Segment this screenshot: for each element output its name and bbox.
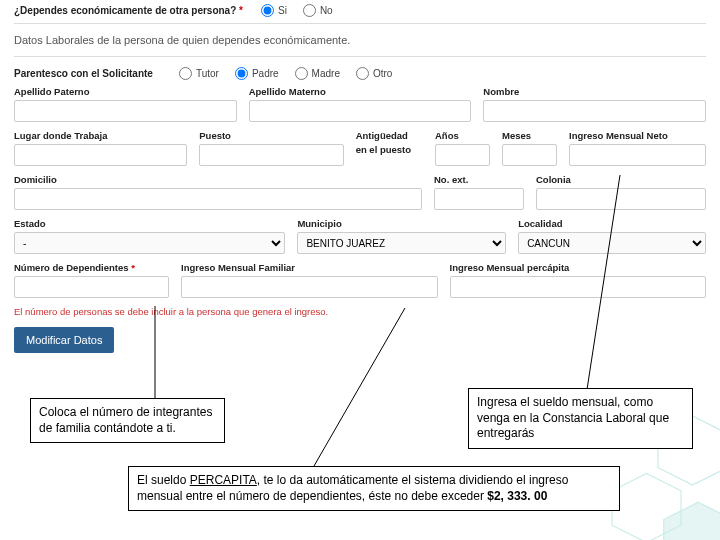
localidad-label: Localidad <box>518 218 706 229</box>
radio-si[interactable] <box>261 4 274 17</box>
radio-madre[interactable] <box>295 67 308 80</box>
radio-madre-label: Madre <box>312 68 340 79</box>
noext-input[interactable] <box>434 188 524 210</box>
address-row: Domicilio No. ext. Colonia <box>14 174 706 210</box>
dependents-row: Número de Dependientes * Ingreso Mensual… <box>14 262 706 298</box>
svg-marker-2 <box>664 502 720 540</box>
name-row: Apellido Paterno Apellido Materno Nombre <box>14 86 706 122</box>
domicilio-input[interactable] <box>14 188 422 210</box>
radio-tutor[interactable] <box>179 67 192 80</box>
ingreso-neto-label: Ingreso Mensual Neto <box>569 130 706 141</box>
red-note: El número de personas se debe incluir a … <box>14 306 706 317</box>
ingreso-neto-input[interactable] <box>569 144 706 166</box>
parentesco-radios: Tutor Padre Madre Otro <box>179 67 404 80</box>
work-row: Lugar donde Trabaja Puesto Antigüedaden … <box>14 130 706 166</box>
radio-no[interactable] <box>303 4 316 17</box>
radio-no-label: No <box>320 5 333 16</box>
radio-otro[interactable] <box>356 67 369 80</box>
dependency-question: ¿Dependes económicamente de otra persona… <box>14 5 243 16</box>
section-title: Datos Laborales de la persona de quien d… <box>14 34 706 46</box>
noext-label: No. ext. <box>434 174 524 185</box>
ingpc-label: Ingreso Mensual percápita <box>450 262 707 273</box>
divider <box>14 23 706 24</box>
numdep-label: Número de Dependientes * <box>14 262 169 273</box>
nombre-label: Nombre <box>483 86 706 97</box>
location-row: Estado - Municipio BENITO JUAREZ Localid… <box>14 218 706 254</box>
puesto-label: Puesto <box>199 130 343 141</box>
nombre-input[interactable] <box>483 100 706 122</box>
ingpc-input[interactable] <box>450 276 707 298</box>
parentesco-label: Parentesco con el Solicitante <box>14 68 153 79</box>
lugar-label: Lugar donde Trabaja <box>14 130 187 141</box>
domicilio-label: Domicilio <box>14 174 422 185</box>
meses-input[interactable] <box>502 144 557 166</box>
ap-mat-label: Apellido Materno <box>249 86 472 97</box>
radio-si-label: Si <box>278 5 287 16</box>
callout-bottom: El sueldo PERCAPITA, te lo da automática… <box>128 466 620 511</box>
antig-label: Antigüedad <box>356 130 423 141</box>
radio-padre[interactable] <box>235 67 248 80</box>
numdep-input[interactable] <box>14 276 169 298</box>
anos-label: Años <box>435 130 490 141</box>
divider <box>14 56 706 57</box>
puesto-input[interactable] <box>199 144 343 166</box>
colonia-input[interactable] <box>536 188 706 210</box>
anos-input[interactable] <box>435 144 490 166</box>
localidad-select[interactable]: CANCUN <box>518 232 706 254</box>
dependency-radio-group: Si No <box>261 4 345 17</box>
ap-pat-label: Apellido Paterno <box>14 86 237 97</box>
ap-mat-input[interactable] <box>249 100 472 122</box>
estado-label: Estado <box>14 218 285 229</box>
colonia-label: Colonia <box>536 174 706 185</box>
ingfam-input[interactable] <box>181 276 438 298</box>
estado-select[interactable]: - <box>14 232 285 254</box>
meses-label: Meses <box>502 130 557 141</box>
callout-right: Ingresa el sueldo mensual, como venga en… <box>468 388 693 449</box>
dependency-question-row: ¿Dependes económicamente de otra persona… <box>14 4 706 17</box>
radio-otro-label: Otro <box>373 68 392 79</box>
callout-left: Coloca el número de integrantes de famil… <box>30 398 225 443</box>
radio-tutor-label: Tutor <box>196 68 219 79</box>
radio-padre-label: Padre <box>252 68 279 79</box>
municipio-select[interactable]: BENITO JUAREZ <box>297 232 506 254</box>
modificar-datos-button[interactable]: Modificar Datos <box>14 327 114 353</box>
parentesco-row: Parentesco con el Solicitante Tutor Padr… <box>14 67 706 80</box>
ap-pat-input[interactable] <box>14 100 237 122</box>
form-area: ¿Dependes económicamente de otra persona… <box>0 0 720 367</box>
municipio-label: Municipio <box>297 218 506 229</box>
lugar-input[interactable] <box>14 144 187 166</box>
ingfam-label: Ingreso Mensual Familiar <box>181 262 438 273</box>
